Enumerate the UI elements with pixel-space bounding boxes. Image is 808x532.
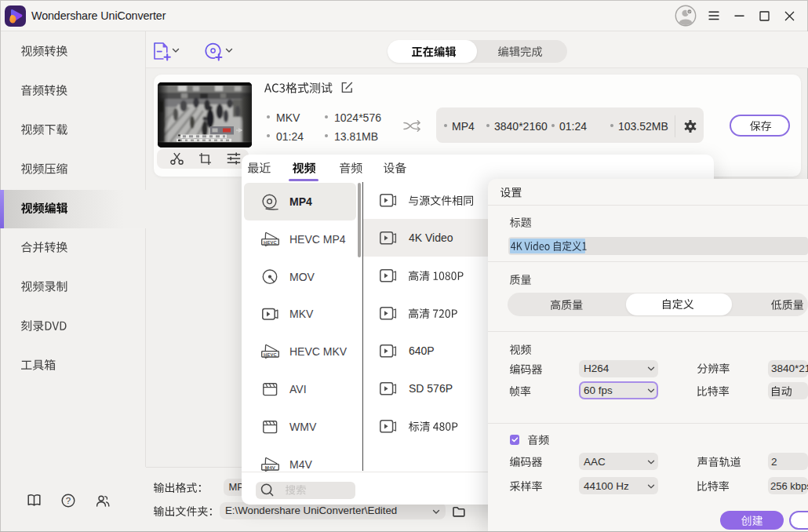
svg-text:HEVC: HEVC <box>264 240 278 245</box>
svg-text:?: ? <box>66 496 71 505</box>
svg-text:HEVC: HEVC <box>264 352 278 357</box>
svg-text:M4V: M4V <box>265 465 276 470</box>
